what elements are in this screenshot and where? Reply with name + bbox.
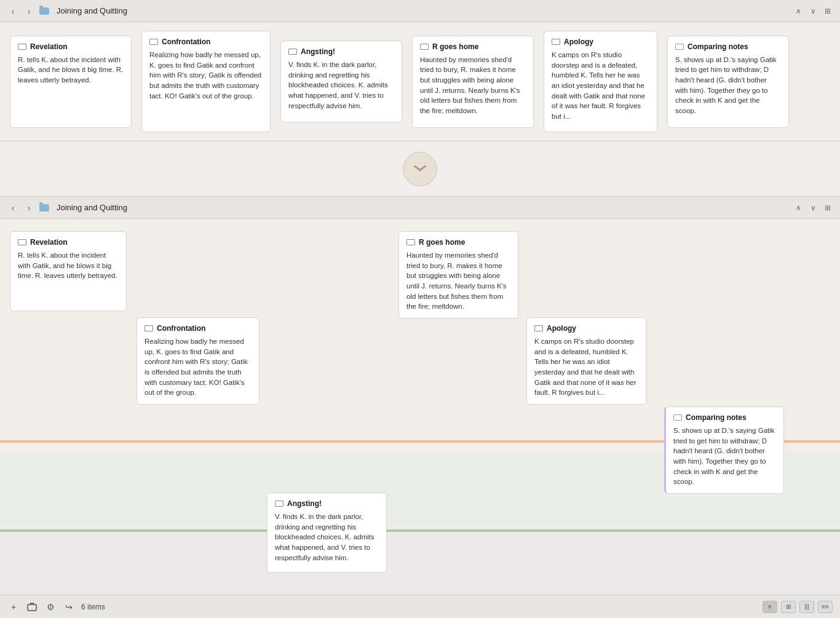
card-icon (149, 39, 158, 45)
card-confrontation-top[interactable]: Confrontation Realizing how badly he mes… (141, 31, 271, 132)
card-comparing-header: Comparing notes (675, 42, 781, 51)
card-revelation-bottom[interactable]: Revelation R. tells K. about the inciden… (10, 231, 127, 311)
card-angsting-body: V. finds K. in the dark parlor, drinking… (288, 60, 394, 111)
card-confrontation-bottom-title: Confrontation (157, 324, 205, 333)
bottom-panel: ‹ › Joining and Quitting ∧ ∨ ⊞ (0, 197, 840, 618)
card-revelation-bottom-header: Revelation (18, 238, 119, 247)
top-panel: ‹ › Joining and Quitting ∧ ∨ ⊞ Revelatio… (0, 0, 840, 141)
nav-forward-top[interactable]: › (23, 6, 34, 17)
card-icon (18, 44, 26, 50)
grid-btn-bottom[interactable]: ⊞ (823, 203, 833, 213)
card-rgoes-top[interactable]: R goes home Haunted by memories shed'd t… (412, 36, 534, 128)
card-icon (406, 239, 415, 245)
card-icon (675, 44, 684, 50)
bottom-titlebar: ‹ › Joining and Quitting ∧ ∨ ⊞ (0, 197, 840, 219)
footer: + ⚙ ↪ 6 items ≡ ⊞ ||| ≡≡ (0, 595, 840, 618)
card-angsting-top[interactable]: Angsting! V. finds K. in the dark parlor… (280, 41, 402, 122)
nav-back-bottom[interactable]: ‹ (7, 202, 18, 213)
add-group-btn[interactable] (26, 601, 38, 613)
card-confrontation-body: Realizing how badly he messed up, K. goe… (149, 50, 263, 101)
card-rgoes-bottom-header: R goes home (406, 238, 510, 247)
view-list-btn[interactable]: ≡ (763, 601, 777, 613)
card-confrontation-bottom-header: Confrontation (145, 324, 252, 333)
card-revelation-bottom-body: R. tells K. about the incident with Gati… (18, 250, 119, 281)
add-item-btn[interactable]: + (7, 601, 20, 613)
svg-rect-0 (28, 604, 36, 611)
window-title-top: Joining and Quitting (57, 6, 127, 15)
collapse-btn-bottom[interactable]: ∧ (793, 203, 803, 213)
card-comparing-bottom[interactable]: Comparing notes S. shows up at D.'s sayi… (664, 406, 784, 494)
card-confrontation-title: Confrontation (162, 38, 210, 46)
card-comparing-bottom-body: S. shows up at D.'s saying Gatik tried t… (673, 426, 776, 487)
window-title-bottom: Joining and Quitting (57, 203, 127, 212)
card-apology-top[interactable]: Apology K camps on R's studio doorstep a… (544, 31, 657, 132)
expand-btn-top[interactable]: ∨ (808, 6, 818, 16)
card-rgoes-body: Haunted by memories shed'd tried to bury… (420, 55, 526, 116)
divider-area (0, 141, 840, 197)
top-cards-area: Revelation R. tells K. about the inciden… (0, 22, 840, 141)
top-titlebar: ‹ › Joining and Quitting ∧ ∨ ⊞ (0, 0, 840, 22)
lane-green (0, 529, 840, 532)
folder-icon-bottom (39, 204, 49, 212)
nav-forward-bottom[interactable]: › (23, 202, 34, 213)
card-icon (275, 501, 283, 507)
card-icon (288, 49, 297, 55)
arrow-btn[interactable]: ↪ (63, 601, 75, 613)
card-revelation-top[interactable]: Revelation R. tells K. about the inciden… (10, 36, 132, 128)
card-comparing-bottom-header: Comparing notes (673, 413, 776, 422)
collapse-btn-top[interactable]: ∧ (793, 6, 803, 16)
folder-icon-top (39, 7, 49, 15)
card-revelation-header: Revelation (18, 42, 124, 51)
card-angsting-header: Angsting! (288, 47, 394, 56)
main-window: ‹ › Joining and Quitting ∧ ∨ ⊞ Revelatio… (0, 0, 840, 618)
chevron-down-icon (413, 165, 427, 173)
card-apology-body: K camps on R's studio doorstep and is a … (552, 50, 649, 122)
card-angsting-bottom-body: V. finds K. in the dark parlor, drinking… (275, 512, 379, 563)
card-confrontation-header: Confrontation (149, 38, 263, 46)
card-rgoes-bottom[interactable]: R goes home Haunted by memories shed'd t… (398, 231, 518, 319)
card-angsting-bottom-header: Angsting! (275, 499, 379, 508)
card-angsting-title: Angsting! (301, 47, 335, 56)
card-comparing-title: Comparing notes (687, 42, 748, 51)
card-rgoes-title: R goes home (432, 42, 478, 51)
footer-view-controls: ≡ ⊞ ||| ≡≡ (763, 601, 833, 613)
card-angsting-bottom[interactable]: Angsting! V. finds K. in the dark parlor… (267, 493, 387, 572)
card-confrontation-bottom[interactable]: Confrontation Realizing how badly he mes… (137, 317, 260, 405)
card-revelation-body: R. tells K. about the incident with Gati… (18, 55, 124, 85)
card-apology-bottom[interactable]: Apology K camps on R's studio doorstep a… (526, 317, 646, 405)
card-comparing-top[interactable]: Comparing notes S. shows up at D.'s sayi… (667, 36, 789, 128)
card-angsting-bottom-title: Angsting! (287, 499, 322, 508)
card-rgoes-bottom-body: Haunted by memories shed'd tried to bury… (406, 250, 510, 312)
card-comparing-bottom-title: Comparing notes (686, 413, 747, 422)
card-confrontation-bottom-body: Realizing how badly he messed up, K. goe… (145, 336, 252, 398)
card-rgoes-header: R goes home (420, 42, 526, 51)
expand-btn-bottom[interactable]: ∨ (808, 203, 818, 213)
card-icon (18, 239, 26, 245)
grid-btn-top[interactable]: ⊞ (823, 6, 833, 16)
card-apology-title: Apology (564, 38, 593, 46)
lane-strip-3 (0, 533, 840, 595)
card-revelation-bottom-title: Revelation (30, 238, 68, 247)
card-icon (552, 39, 560, 45)
settings-btn[interactable]: ⚙ (44, 601, 57, 613)
card-icon (145, 325, 153, 331)
card-apology-bottom-body: K camps on R's studio doorstep and is a … (534, 336, 638, 398)
card-comparing-body: S. shows up at D.'s saying Gatik tried t… (675, 55, 781, 116)
card-rgoes-bottom-title: R goes home (419, 238, 465, 247)
nav-back-top[interactable]: ‹ (7, 6, 18, 17)
card-icon (420, 44, 429, 50)
card-apology-bottom-title: Apology (547, 324, 576, 333)
card-icon (673, 414, 682, 421)
view-grid-btn[interactable]: ⊞ (781, 601, 796, 613)
chevron-circle[interactable] (403, 152, 437, 186)
view-col-btn[interactable]: ||| (799, 601, 814, 613)
card-icon (534, 325, 543, 331)
view-row-btn[interactable]: ≡≡ (818, 601, 833, 613)
card-apology-header: Apology (552, 38, 649, 46)
swimlane-area: Revelation R. tells K. about the inciden… (0, 219, 840, 595)
card-apology-bottom-header: Apology (534, 324, 638, 333)
items-count: 6 items (81, 603, 105, 611)
card-revelation-title: Revelation (30, 42, 68, 51)
